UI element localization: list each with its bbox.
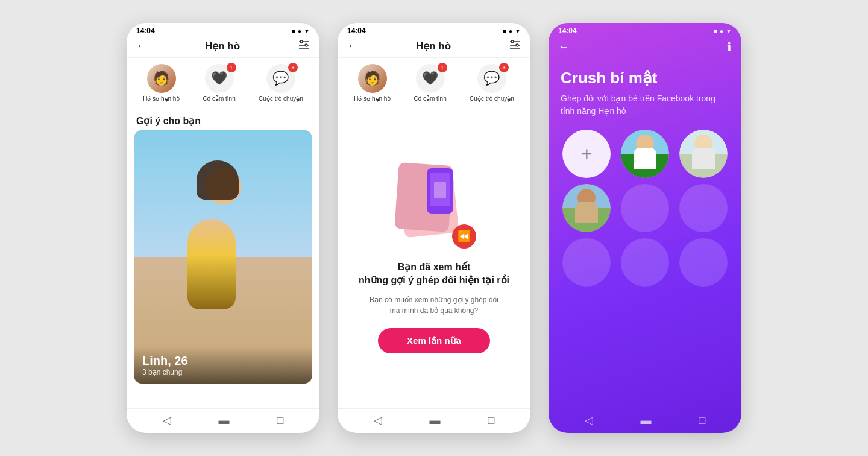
- tab-chat-1[interactable]: 💬 3 Cuộc trò chuyện: [259, 64, 303, 103]
- svg-point-8: [516, 44, 518, 46]
- nav-title-1: Hẹn hò: [205, 40, 240, 52]
- tab-profile-1[interactable]: 🧑 Hồ sơ hẹn hò: [143, 64, 180, 103]
- back-button-1[interactable]: ←: [136, 40, 147, 52]
- crush-avatar-3: [562, 184, 611, 232]
- profile-card-1[interactable]: Linh, 26 3 bạn chung: [134, 130, 312, 384]
- nav-title-2: Hẹn hò: [416, 40, 451, 52]
- crush-empty-2[interactable]: [679, 184, 728, 232]
- section-label-1: Gợi ý cho bạn: [127, 109, 319, 130]
- phone-1: 14:04 ■ ● ▼ ← Hẹn hò 🧑 Hồ sơ hẹn hò 🖤 1 …: [127, 23, 319, 433]
- phone-3: 14:04 ■ ● ▼ ← ℹ Crush bí mật Ghép đôi vớ…: [549, 23, 741, 433]
- tab-profile-2[interactable]: 🧑 Hồ sơ hẹn hò: [354, 64, 391, 103]
- profile-info-1: Linh, 26 3 bạn chung: [134, 347, 312, 384]
- signal-icon-3: ■: [714, 28, 717, 34]
- back-button-2[interactable]: ←: [347, 40, 358, 52]
- tab-row-2: 🧑 Hồ sơ hẹn hò 🖤 1 Có cảm tình 💬 3 Cuộc …: [338, 58, 530, 109]
- crush-empty-1[interactable]: [621, 184, 669, 232]
- chat-icon-1: 💬: [272, 71, 289, 86]
- empty-state-2: ⏪ Bạn đã xem hếtnhững gợi ý ghép đôi hiệ…: [338, 109, 530, 408]
- info-icon-3[interactable]: ℹ: [727, 40, 732, 54]
- status-bar-3: 14:04 ■ ● ▼: [549, 23, 741, 36]
- crush-empty-5[interactable]: [679, 238, 728, 287]
- home-gesture-2[interactable]: ▬: [430, 414, 441, 427]
- status-bar-2: 14:04 ■ ● ▼: [338, 23, 530, 36]
- chat-icon-2: 💬: [483, 71, 500, 86]
- tab-icon-profile-2: 🧑: [358, 64, 387, 93]
- crush-person-1[interactable]: [621, 130, 669, 178]
- phone-2: 14:04 ■ ● ▼ ← Hẹn hò 🧑 Hồ sơ hẹn hò 🖤 1 …: [338, 23, 530, 433]
- rewind-badge: ⏪: [452, 224, 476, 249]
- status-icons-2: ■ ● ▼: [503, 28, 521, 34]
- bottom-nav-2: ◁ ▬ □: [338, 408, 530, 433]
- status-time-1: 14:04: [136, 27, 155, 35]
- bottom-nav-1: ◁ ▬ □: [127, 408, 319, 433]
- add-crush-button[interactable]: +: [562, 130, 611, 178]
- svg-point-6: [511, 40, 514, 43]
- tab-heart-2[interactable]: 🖤 1 Có cảm tình: [414, 64, 446, 103]
- avatar-1: 🧑: [147, 64, 176, 93]
- crush-avatar-1: [621, 130, 669, 178]
- filter-icon-2[interactable]: [509, 40, 521, 52]
- battery-icon: ▼: [304, 28, 310, 34]
- profile-name-1: Linh, 26: [142, 354, 304, 368]
- status-bar-1: 14:04 ■ ● ▼: [127, 23, 319, 36]
- crush-person-3[interactable]: [562, 184, 611, 232]
- wifi-icon-3: ●: [720, 28, 723, 34]
- tab-label-heart-1: Có cảm tình: [203, 95, 235, 103]
- tab-row-1: 🧑 Hồ sơ hẹn hò 🖤 1 Có cảm tình 💬 3 Cuộc …: [127, 58, 319, 109]
- crush-empty-4[interactable]: [621, 238, 669, 287]
- status-time-2: 14:04: [347, 27, 366, 35]
- profile-mutual-1: 3 bạn chung: [142, 368, 304, 376]
- tab-icon-chat-2: 💬 3: [477, 64, 506, 93]
- back-button-3[interactable]: ←: [558, 41, 569, 54]
- svg-point-3: [305, 44, 307, 46]
- back-gesture-2[interactable]: ◁: [374, 414, 382, 427]
- recents-gesture-3[interactable]: □: [699, 414, 706, 427]
- status-icons-1: ■ ● ▼: [292, 28, 310, 34]
- badge-heart-1: 1: [227, 63, 236, 72]
- tab-label-chat-1: Cuộc trò chuyện: [259, 95, 303, 103]
- recents-gesture-1[interactable]: □: [277, 414, 284, 427]
- back-gesture-1[interactable]: ◁: [163, 414, 171, 427]
- tab-icon-heart-2: 🖤 1: [416, 64, 445, 93]
- back-gesture-3[interactable]: ◁: [585, 414, 593, 427]
- crush-person-2[interactable]: [679, 130, 728, 178]
- battery-icon-2: ▼: [515, 28, 521, 34]
- card-stack: [392, 164, 458, 236]
- tab-label-chat-2: Cuộc trò chuyện: [470, 95, 514, 103]
- crush-empty-3[interactable]: [562, 238, 611, 287]
- tab-icon-chat: 💬 3: [266, 64, 295, 93]
- see-again-button[interactable]: Xem lần nữa: [378, 328, 490, 353]
- empty-illustration-2: ⏪: [386, 164, 482, 249]
- badge-chat-1: 3: [288, 63, 298, 72]
- home-gesture-3[interactable]: ▬: [641, 414, 652, 427]
- svg-point-1: [300, 40, 303, 43]
- recents-gesture-2[interactable]: □: [488, 414, 495, 427]
- battery-icon-3: ▼: [726, 28, 732, 34]
- tab-label-profile-1: Hồ sơ hẹn hò: [143, 95, 180, 103]
- status-icons-3: ■ ● ▼: [714, 28, 732, 34]
- tab-icon-heart: 🖤 1: [205, 64, 234, 93]
- wifi-icon: ●: [298, 28, 301, 34]
- heart-icon-2: 🖤: [422, 71, 438, 86]
- tab-heart-1[interactable]: 🖤 1 Có cảm tình: [203, 64, 235, 103]
- phone-svg: [422, 167, 458, 218]
- plus-icon: +: [581, 143, 593, 165]
- crush-content-3: Crush bí mật Ghép đôi với bạn bè trên Fa…: [549, 59, 741, 409]
- tab-chat-2[interactable]: 💬 3 Cuộc trò chuyện: [470, 64, 514, 103]
- avatar-2: 🧑: [358, 64, 387, 93]
- filter-icon-1[interactable]: [298, 40, 310, 52]
- empty-title-2: Bạn đã xem hếtnhững gợi ý ghép đôi hiện …: [359, 261, 509, 288]
- badge-heart-2: 1: [438, 63, 447, 72]
- tab-label-profile-2: Hồ sơ hẹn hò: [354, 95, 391, 103]
- crush-sub-3: Ghép đôi với bạn bè trên Facebook trong …: [561, 92, 729, 118]
- status-time-3: 14:04: [558, 27, 577, 35]
- empty-sub-2: Bạn có muốn xem những gợi ý ghép đôimà m…: [370, 294, 498, 316]
- home-gesture-1[interactable]: ▬: [219, 414, 230, 427]
- badge-chat-2: 3: [499, 63, 509, 72]
- tab-label-heart-2: Có cảm tình: [414, 95, 446, 103]
- signal-icon-2: ■: [503, 28, 506, 34]
- top-nav-1: ← Hẹn hò: [127, 36, 319, 58]
- wifi-icon-2: ●: [509, 28, 512, 34]
- heart-icon-1: 🖤: [211, 71, 227, 86]
